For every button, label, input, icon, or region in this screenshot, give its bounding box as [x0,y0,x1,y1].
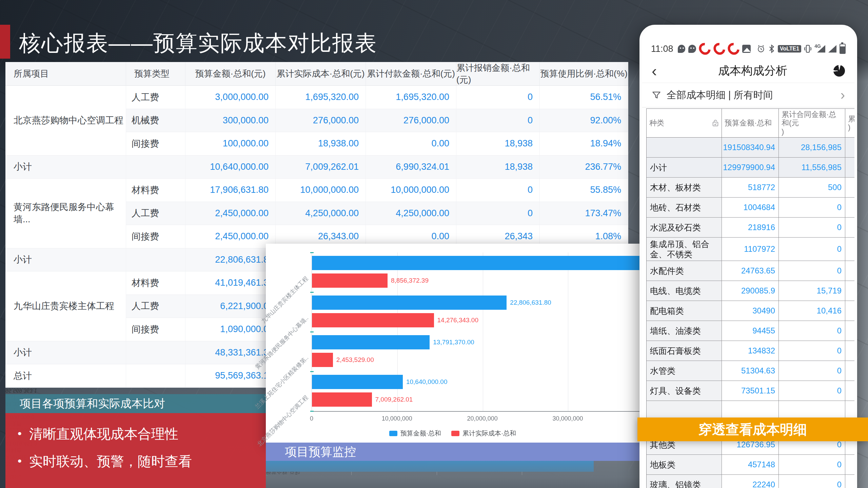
subtotal-label-cell: 小计 [5,248,126,272]
budget-value-cell: 1107972 [722,238,779,261]
category-cell[interactable]: 木材、板材类 [647,178,722,198]
category-cell[interactable]: 集成吊顶、铝合金、不锈类 [647,238,722,261]
budget-type-cell: 机械费 [126,109,185,133]
budget-type-cell: 材料费 [126,179,185,202]
budget-value-cell: 518772 [722,178,779,198]
contract-value-cell: 0 [779,238,845,261]
chart-legend: 预算金额·总和 累计实际成本·总和 [266,429,639,438]
legend-item-actual: 累计实际成本·总和 [451,429,516,438]
slide-canvas: 核心报表——预算实际成本对比报表 所属项目 预算类型 预算金额·总和(元) 累计… [0,0,868,488]
phone-page-title: 成本构成分析 [672,63,833,79]
category-cell[interactable]: 纸面石膏板类 [647,341,722,361]
budget-value-cell: 51304.63 [722,361,779,381]
project-cell: 北京燕莎购物中心空调工程 [5,86,126,156]
category-cell[interactable]: 灯具、设备类 [647,381,722,401]
back-button[interactable]: ‹ [652,63,672,79]
x-tick-label: 30,000,000 [552,415,583,422]
value-cell: 0.00 [366,132,456,156]
bar-value-label: 8,856,372.39 [391,277,429,284]
pin-column-icon[interactable] [712,119,719,127]
alarm-clock-icon [757,44,765,54]
clipped-cell [845,138,857,158]
value-cell: 0 [456,179,540,202]
col-header-clipped: 累 ) [845,109,857,138]
category-cell[interactable]: 小计 [647,158,722,178]
contract-value-cell: 0 [779,198,845,218]
legend-swatch-actual [451,431,459,436]
clipped-cell [845,341,857,361]
bar-value-label: 14,276,343.00 [437,317,479,324]
budget-value-cell: 30490 [722,301,779,321]
bar-chart-plot: 8,856,372.39九华山庄贵宾楼主体工程22,806,631.8014,2… [312,252,640,412]
value-cell: 4,250,000.00 [276,202,366,225]
value-cell: 100,000.00 [185,132,276,156]
actual-bar: 2,453,529.00 [312,353,333,367]
filter-label: 全部成本明细 | 所有时间 [667,88,835,102]
actual-bar: 8,856,372.39 [312,273,388,288]
value-cell: 10,000,000.00 [366,179,456,202]
legend-item-budget: 预算金额·总和 [389,429,441,438]
category-cell[interactable]: 玻璃、铝镜类 [647,475,722,488]
value-cell: 56.51% [540,86,628,109]
pie-chart-toggle-icon[interactable] [833,65,845,77]
category-cell[interactable]: 电线、电缆类 [647,281,722,301]
budget-value-cell: 129979900.94 [722,158,779,178]
phone-status-bar: 11:08 VoLTE1 4G [642,41,854,57]
budget-value-cell: 73501.15 [722,381,779,401]
filter-row[interactable]: 全部成本明细 | 所有时间 › [642,83,854,107]
bar-value-label: 10,640,000.00 [406,378,448,386]
budget-type-cell: 间接费 [126,318,185,341]
clipped-cell [845,475,857,488]
clipped-cell [845,281,857,301]
budget-value-cell: 218916 [722,218,779,238]
clipped-cell [845,198,857,218]
value-cell: 41,019,461.3 [185,271,276,295]
budget-type-cell: 人工费 [126,295,185,318]
budget-type-cell: 间接费 [126,132,185,156]
notification-app-icon [711,40,728,57]
contract-value-cell: 500 [779,178,845,198]
category-cell[interactable] [647,138,722,158]
category-cell[interactable]: 水管类 [647,361,722,381]
value-cell: 0 [456,202,540,225]
value-cell: 3,000,000.00 [185,86,276,109]
bar-group: 10,640,000.007,009,262.01北京燕莎购物中心空调工程 [312,371,640,411]
value-cell: 18.94% [540,132,628,156]
contract-value-cell: 11,556,985 [779,158,845,178]
contract-value-cell: 0 [779,261,845,281]
value-cell: 22,806,631.8 [185,248,276,272]
budget-value-cell: 94455 [722,321,779,341]
project-cell: 九华山庄贵宾楼主体工程 [5,271,126,341]
contract-value-cell: 28,156,985 [779,138,845,158]
clipped-cell [845,178,857,198]
notification-app-icon [697,40,713,57]
col-header-paid-amount: 累计付款金额·总和(元) [366,62,456,86]
battery-icon [840,44,846,54]
subtotal-label-cell: 小计 [5,156,126,179]
contract-value-cell: 10,416 [779,301,845,321]
budget-bar [312,256,640,270]
category-cell[interactable]: 水配件类 [647,261,722,281]
category-cell[interactable]: 配电箱类 [647,301,722,321]
category-cell[interactable]: 墙纸、油漆类 [647,321,722,341]
contract-value-cell: 0 [779,381,845,401]
value-cell: 173.47% [540,202,628,225]
clipped-cell [845,158,857,178]
clipped-cell [845,301,857,321]
budget-bar: 13,791,370.00 [312,335,430,349]
contract-value-cell: 0 [779,321,845,341]
category-cell[interactable]: 地板类 [647,455,722,475]
value-cell: 1,695,320.00 [276,86,366,109]
contract-value-cell: 15,719 [779,281,845,301]
contract-value-cell: 0 [779,475,845,488]
clipped-cell [845,361,857,381]
legend-label-actual: 累计实际成本·总和 [462,429,516,438]
value-cell: 276,000.00 [366,109,456,133]
budget-type-cell: 人工费 [126,86,185,109]
category-cell[interactable]: 水泥及砂石类 [647,218,722,238]
col-header-actual-cost: 累计实际成本·总和(元) [276,62,366,86]
value-cell: 6,221,900.0 [185,295,276,318]
category-cell[interactable]: 地砖、石材类 [647,198,722,218]
value-cell: 18,938.00 [276,132,366,156]
value-cell: 0 [456,109,540,133]
